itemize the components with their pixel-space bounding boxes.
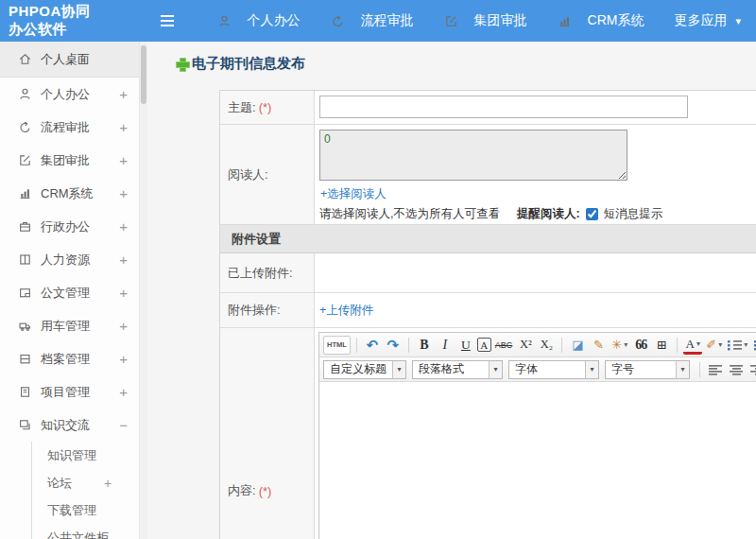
expand-toggle[interactable]: + xyxy=(119,119,128,135)
sidebar-item-crm[interactable]: CRM系统 + xyxy=(0,177,139,210)
eraser-icon[interactable]: ◪ xyxy=(568,336,587,355)
edit-icon xyxy=(17,153,32,168)
rich-text-editor: HTML↶↷BIUAABCX²X₂◪✎✳▾66⊞A▾✐▾▾ 自定义标题▾段落格式… xyxy=(318,332,756,539)
chevron-down-icon[interactable]: ▾ xyxy=(489,361,502,378)
custom-title-select[interactable]: 自定义标题▾ xyxy=(323,360,406,379)
sidebar-item-vehicle-mgmt[interactable]: 用车管理 + xyxy=(0,309,139,342)
uploaded-attachments-value xyxy=(315,253,756,292)
sidebar-item-label: 用车管理 xyxy=(41,318,119,335)
expand-toggle[interactable]: + xyxy=(119,384,128,400)
autotypeset-icon[interactable]: ✳▾ xyxy=(610,336,629,355)
sidebar-subitem-download-mgmt[interactable]: 下载管理 xyxy=(32,496,139,524)
sidebar-item-admin-office[interactable]: 行政办公 + xyxy=(0,210,139,243)
sidebar-subitem-public-cabinet[interactable]: 公共文件柜 xyxy=(32,524,139,539)
user-icon xyxy=(17,87,32,102)
sidebar-item-label: 档案管理 xyxy=(41,351,119,368)
hamburger-menu-icon[interactable] xyxy=(161,15,173,27)
chevron-down-icon[interactable]: ▾ xyxy=(676,361,689,378)
sidebar-item-workflow-approval[interactable]: 流程审批 + xyxy=(0,111,139,144)
paragraph-format-select[interactable]: 段落格式▾ xyxy=(412,360,503,379)
undo-icon[interactable]: ↶ xyxy=(363,336,382,355)
dropdown-caret-icon[interactable]: ▾ xyxy=(744,340,747,349)
sidebar-item-hr[interactable]: 人力资源 + xyxy=(0,243,139,276)
editor-content-area[interactable] xyxy=(319,382,756,539)
scrollbar-thumb[interactable] xyxy=(141,45,146,104)
unordered-list-icon[interactable] xyxy=(751,336,756,355)
sidebar-item-archive-mgmt[interactable]: 档案管理 + xyxy=(0,342,139,375)
attachment-section-title: 附件设置 xyxy=(232,231,281,248)
format-painter-icon[interactable]: ✎ xyxy=(589,336,608,355)
expand-toggle[interactable]: + xyxy=(119,185,128,201)
nav-group-approval[interactable]: 集团审批 xyxy=(444,12,527,29)
nav-workflow-approval[interactable]: 流程审批 xyxy=(331,12,414,29)
superscript-icon[interactable]: X² xyxy=(516,336,535,355)
readers-textarea[interactable]: 0 xyxy=(319,130,627,181)
sidebar-item-knowledge[interactable]: 知识交流 − xyxy=(0,409,139,442)
underline-icon[interactable]: U xyxy=(456,336,475,355)
sidebar-item-group-approval[interactable]: 集团审批 + xyxy=(0,144,139,177)
font-border-icon[interactable]: A xyxy=(477,338,491,352)
nav-label: 更多应用 xyxy=(674,12,727,29)
expand-toggle[interactable]: + xyxy=(119,152,128,168)
sidebar-scrollbar[interactable] xyxy=(140,42,147,539)
user-icon xyxy=(217,13,232,28)
align-left-icon[interactable] xyxy=(706,360,725,379)
required-mark: (*) xyxy=(259,484,272,498)
main-content: 电子期刊信息发布 主题: (*) 阅读人: 0 +选择阅读人 请选择阅读人,不选… xyxy=(147,42,756,539)
expand-toggle[interactable]: + xyxy=(119,86,128,102)
ordered-list-icon[interactable]: ▾ xyxy=(726,336,749,355)
dropdown-caret-icon[interactable]: ▾ xyxy=(718,340,722,349)
align-center-icon[interactable] xyxy=(727,360,746,379)
chevron-down-icon[interactable]: ▾ xyxy=(392,361,405,378)
chevron-down-icon[interactable]: ▾ xyxy=(585,361,598,378)
expand-toggle[interactable]: + xyxy=(119,351,128,367)
ordered-list-icon xyxy=(728,339,742,351)
nav-personal-office[interactable]: 个人办公 xyxy=(217,12,301,29)
bold-icon[interactable]: B xyxy=(415,336,434,355)
dropdown-caret-icon[interactable]: ▾ xyxy=(624,340,627,349)
collapse-toggle[interactable]: − xyxy=(119,417,128,433)
select-readers-link[interactable]: +选择阅读人 xyxy=(320,186,387,202)
content-row: 内容: (*) HTML↶↷BIUAABCX²X₂◪✎✳▾66⊞A▾✐▾▾ 自定… xyxy=(220,328,756,539)
bar-chart-icon xyxy=(558,13,573,28)
expand-toggle[interactable]: + xyxy=(119,218,128,235)
sidebar-subitem-knowledge-mgmt[interactable]: 知识管理 xyxy=(32,442,139,469)
archive-icon xyxy=(17,352,32,367)
nav-more-apps[interactable]: 更多应用 ▾ xyxy=(674,12,741,29)
align-right-icon[interactable] xyxy=(747,360,756,379)
font-size-select[interactable]: 字号▾ xyxy=(605,360,690,379)
font-family-select[interactable]: 字体▾ xyxy=(508,360,599,379)
sidebar-item-project-mgmt[interactable]: 项目管理 + xyxy=(0,375,139,409)
uploaded-label: 已上传附件: xyxy=(228,265,293,282)
sidebar-item-desktop[interactable]: 个人桌面 xyxy=(0,42,139,78)
sidebar-subitem-forum[interactable]: 论坛 + xyxy=(32,469,139,496)
edit-icon xyxy=(444,13,459,28)
insert-table-icon[interactable]: ⊞ xyxy=(652,336,671,355)
sidebar-item-document-mgmt[interactable]: 公文管理 + xyxy=(0,276,139,309)
highlight-color-icon[interactable]: ✐▾ xyxy=(704,336,724,355)
subject-label: 主题: xyxy=(228,99,256,116)
nav-label: CRM系统 xyxy=(588,12,644,29)
sms-remind-checkbox[interactable] xyxy=(586,208,598,220)
sidebar-item-label: CRM系统 xyxy=(41,185,119,202)
upload-attachment-link[interactable]: +上传附件 xyxy=(319,303,373,319)
expand-toggle[interactable]: + xyxy=(119,318,128,334)
subscript-icon[interactable]: X₂ xyxy=(537,336,556,355)
redo-icon[interactable]: ↷ xyxy=(384,336,403,355)
sidebar-item-personal-office[interactable]: 个人办公 + xyxy=(0,78,139,111)
truck-icon xyxy=(17,319,32,334)
select-value: 字体 xyxy=(509,361,543,377)
dropdown-caret-icon[interactable]: ▾ xyxy=(696,338,700,350)
strikethrough-icon[interactable]: ABC xyxy=(493,336,515,355)
subject-input[interactable] xyxy=(319,96,688,118)
sidebar-item-label: 公文管理 xyxy=(41,285,119,302)
nav-crm-system[interactable]: CRM系统 xyxy=(558,12,644,29)
expand-toggle[interactable]: + xyxy=(104,476,112,491)
nav-label: 流程审批 xyxy=(361,12,414,29)
html-source-button[interactable]: HTML xyxy=(323,336,351,355)
blockquote-icon[interactable]: 66 xyxy=(631,336,650,355)
font-color-icon[interactable]: A▾ xyxy=(683,336,702,355)
italic-icon[interactable]: I xyxy=(436,336,455,355)
expand-toggle[interactable]: + xyxy=(119,252,128,268)
expand-toggle[interactable]: + xyxy=(119,285,128,301)
